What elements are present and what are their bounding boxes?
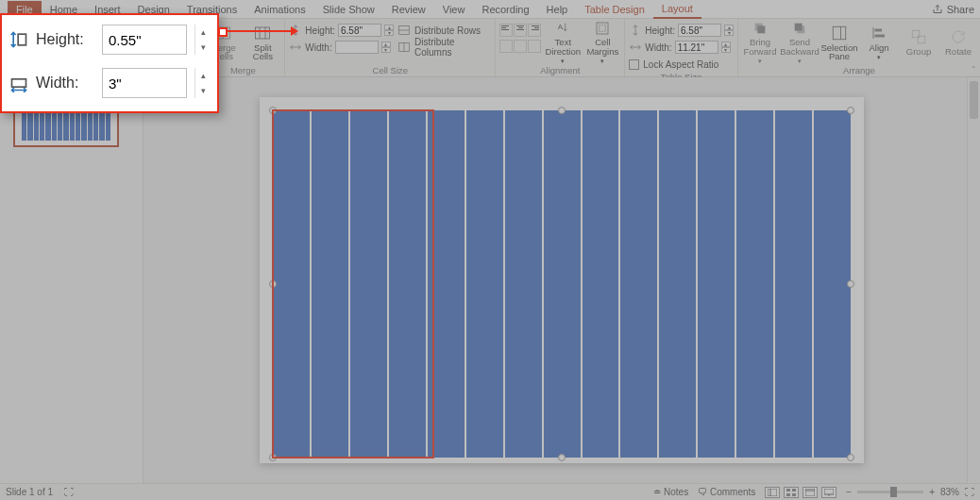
status-bar: Slide 1 of 1 ⛶ ≐ Notes 🗨 Comments − + 83… (0, 483, 980, 500)
table-object[interactable] (273, 110, 851, 458)
slide-canvas-area[interactable] (144, 77, 980, 483)
svg-rect-15 (795, 24, 803, 31)
split-cells-icon (254, 25, 271, 42)
selection-pane-button[interactable]: Selection Pane (821, 21, 857, 64)
slideshow-view-icon (824, 489, 834, 496)
align-right-icon[interactable] (528, 24, 541, 37)
lock-aspect-checkbox[interactable] (629, 59, 639, 70)
callout-height-down[interactable]: ▾ (194, 40, 211, 55)
align-left-icon[interactable] (499, 24, 513, 37)
tab-slideshow[interactable]: Slide Show (314, 1, 383, 18)
svg-rect-16 (833, 26, 846, 40)
reading-view-button[interactable] (803, 487, 818, 498)
align-bottom-icon[interactable] (528, 40, 541, 53)
height-icon (629, 24, 642, 37)
collapse-ribbon-button[interactable]: ˄ (972, 65, 976, 75)
svg-rect-25 (786, 489, 790, 492)
scrollbar-thumb[interactable] (970, 81, 978, 119)
send-backward-button[interactable]: Send Backward▾ (782, 21, 818, 64)
svg-rect-26 (792, 489, 796, 492)
zoom-level[interactable]: 83% (940, 487, 959, 497)
normal-view-button[interactable] (765, 487, 780, 498)
lock-aspect-ratio[interactable]: Lock Aspect Ratio (629, 57, 734, 72)
align-top-icon[interactable] (499, 40, 513, 53)
table-height-spinner[interactable]: ▴▾ (724, 25, 734, 36)
align-row-1[interactable] (499, 23, 541, 38)
zoom-slider[interactable] (857, 491, 923, 493)
align-middle-icon[interactable] (514, 40, 527, 53)
selection-handle[interactable] (269, 454, 277, 461)
table-width-spinner[interactable]: ▴▾ (721, 42, 731, 53)
zoom-out-button[interactable]: − (846, 487, 852, 497)
svg-rect-19 (875, 28, 883, 31)
text-direction-button[interactable]: A Text Direction▾ (545, 21, 581, 64)
cell-height-input[interactable] (338, 24, 381, 37)
zoom-in-button[interactable]: + (929, 487, 935, 497)
zoom-slider-thumb[interactable] (890, 487, 897, 497)
tab-help[interactable]: Help (538, 1, 577, 18)
selection-pane-icon (831, 25, 848, 42)
slide-counter: Slide 1 of 1 (6, 487, 53, 497)
selection-handle[interactable] (269, 107, 277, 114)
tab-animations[interactable]: Animations (245, 1, 313, 18)
cell-width-spinner[interactable]: ▴▾ (381, 42, 391, 53)
align-icon (870, 25, 887, 42)
align-center-icon[interactable] (514, 24, 527, 37)
svg-rect-29 (805, 489, 815, 496)
callout-height-up[interactable]: ▴ (194, 25, 211, 40)
callout-width-up[interactable]: ▴ (194, 68, 211, 83)
bring-forward-button[interactable]: Bring Forward▾ (742, 21, 778, 64)
callout-height-field[interactable]: 0.55" (102, 25, 187, 55)
table-width-input[interactable] (675, 41, 718, 54)
share-button[interactable]: Share (932, 0, 974, 19)
selection-handle[interactable] (847, 107, 854, 114)
align-button[interactable]: Align▾ (861, 21, 897, 64)
slide[interactable] (260, 97, 864, 463)
selection-handle[interactable] (847, 454, 854, 461)
split-cells-button[interactable]: Split Cells (245, 21, 280, 64)
table-height-input[interactable] (678, 24, 721, 37)
table-height-field[interactable]: Height: ▴▾ (629, 23, 734, 38)
selection-handle[interactable] (558, 454, 566, 461)
cell-width-input[interactable] (335, 41, 379, 54)
cell-height-spinner[interactable]: ▴▾ (384, 25, 394, 36)
fit-to-window-button[interactable]: ⛶ (965, 487, 974, 497)
distribute-cols-button[interactable]: Distribute Columns (397, 40, 491, 55)
accessibility-icon[interactable]: ⛶ (64, 487, 74, 497)
notes-button[interactable]: ≐ Notes (653, 487, 688, 497)
vertical-scrollbar[interactable] (967, 77, 980, 483)
tab-layout[interactable]: Layout (653, 0, 701, 19)
align-row-2[interactable] (499, 39, 541, 54)
group-icon (910, 28, 927, 45)
slideshow-view-button[interactable] (821, 487, 836, 498)
share-icon (932, 4, 943, 15)
tab-recording[interactable]: Recording (473, 1, 537, 18)
selection-handle[interactable] (558, 107, 566, 114)
selection-handle[interactable] (269, 280, 277, 288)
callout-width-down[interactable]: ▾ (194, 83, 211, 98)
tab-table-design[interactable]: Table Design (576, 1, 653, 18)
callout-width-field[interactable]: 3" (102, 68, 187, 98)
tab-view[interactable]: View (434, 1, 474, 18)
tab-review[interactable]: Review (383, 1, 434, 18)
normal-view-icon (768, 489, 777, 496)
svg-rect-20 (875, 34, 886, 37)
comments-button[interactable]: 🗨 Comments (698, 487, 755, 497)
rotate-icon (950, 28, 967, 45)
cell-margins-button[interactable]: Cell Margins▾ (584, 21, 620, 64)
distribute-rows-icon (397, 24, 411, 37)
distribute-rows-button[interactable]: Distribute Rows (397, 23, 491, 38)
rotate-button[interactable]: Rotate (940, 21, 976, 64)
group-button[interactable]: Group (901, 21, 937, 64)
svg-rect-10 (597, 23, 608, 34)
cell-height-field[interactable]: Height: ▴▾ (289, 23, 394, 38)
svg-rect-2 (256, 27, 270, 39)
sorter-view-button[interactable] (784, 487, 799, 498)
height-icon (8, 30, 30, 49)
svg-rect-31 (824, 489, 834, 494)
cell-width-field[interactable]: Width: ▴▾ (289, 40, 394, 55)
table-width-field[interactable]: Width: ▴▾ (629, 40, 734, 55)
width-icon (289, 41, 302, 54)
selection-handle[interactable] (847, 280, 854, 288)
thumbnail-panel[interactable]: 1 (0, 77, 144, 483)
